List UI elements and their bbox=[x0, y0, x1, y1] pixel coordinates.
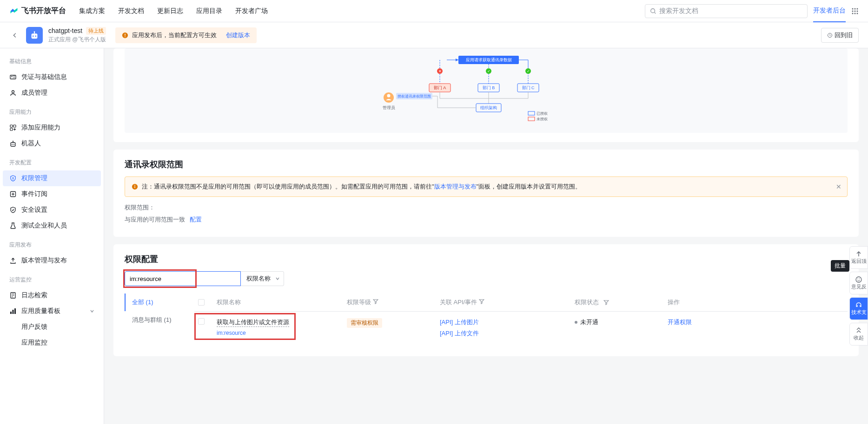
search-placeholder: 搜索开发文档 bbox=[659, 7, 698, 15]
row-checkbox[interactable] bbox=[198, 318, 205, 325]
sidebar-item[interactable]: 应用质量看板 bbox=[3, 303, 101, 319]
col-name: 权限名称 bbox=[217, 298, 347, 307]
version-manage-link[interactable]: 版本管理与发布 bbox=[434, 183, 477, 190]
svg-point-24 bbox=[12, 91, 14, 93]
sidebar-item-label: 事件订阅 bbox=[21, 190, 47, 198]
sidebar-item[interactable]: 凭证与基础信息 bbox=[3, 69, 101, 85]
nav-integration[interactable]: 集成方案 bbox=[79, 7, 105, 15]
dev-console-link[interactable]: 开发者后台 bbox=[813, 7, 846, 22]
apps-grid-icon[interactable] bbox=[851, 7, 859, 15]
perm-type-select[interactable]: 权限名称 bbox=[241, 271, 284, 286]
sidebar-item[interactable]: 应用监控 bbox=[3, 335, 101, 351]
svg-point-4 bbox=[857, 8, 858, 9]
perm-table-head: 权限名称 权限等级 关联 API/事件 权限状态 操作 bbox=[194, 294, 848, 312]
filter-icon[interactable] bbox=[479, 299, 484, 304]
smile-icon bbox=[855, 276, 862, 283]
back-old-button[interactable]: 回到旧 bbox=[821, 28, 859, 43]
svg-point-15 bbox=[34, 31, 35, 33]
sidebar-item-label: 应用质量看板 bbox=[21, 307, 60, 315]
perm-tab-message[interactable]: 消息与群组 (1) bbox=[125, 311, 194, 329]
level-badge: 需审核权限 bbox=[347, 318, 382, 328]
float-buttons: 返回顶 意见反 技术支 收起 bbox=[849, 246, 868, 346]
sidebar-section-title: 应用能力 bbox=[3, 104, 101, 120]
log-icon bbox=[9, 292, 17, 299]
col-action: 操作 bbox=[668, 298, 844, 307]
plus-grid-icon bbox=[9, 124, 17, 131]
svg-rect-27 bbox=[10, 128, 13, 130]
perm-search-row: 权限名称 bbox=[125, 271, 284, 286]
app-status-badge: 待上线 bbox=[86, 27, 106, 35]
tech-support-button[interactable]: 技术支 bbox=[849, 297, 868, 320]
svg-point-89 bbox=[857, 279, 858, 280]
svg-rect-25 bbox=[10, 125, 13, 127]
feishu-logo-icon bbox=[9, 7, 19, 16]
nav-docs[interactable]: 开发文档 bbox=[118, 7, 144, 15]
status-dot-icon bbox=[575, 321, 577, 324]
filter-icon[interactable] bbox=[373, 299, 378, 304]
svg-point-2 bbox=[852, 8, 854, 9]
sidebar-item[interactable]: 用户反馈 bbox=[3, 319, 101, 335]
perm-tab-all[interactable]: 全部 (1) bbox=[125, 294, 194, 311]
sidebar-item-label: 添加应用能力 bbox=[21, 124, 60, 132]
sidebar-item[interactable]: 安全设置 bbox=[3, 202, 101, 218]
sidebar-item[interactable]: 版本管理与发布 bbox=[3, 253, 101, 268]
svg-text:部门 B: 部门 B bbox=[482, 85, 495, 90]
sidebar-item[interactable]: 添加应用能力 bbox=[3, 120, 101, 136]
col-level: 权限等级 bbox=[347, 299, 371, 306]
col-api: 关联 API/事件 bbox=[440, 299, 477, 306]
content: 应用请求获取通讯录数据 ✕ ✓ ✓ 部门 A 部门 B 部门 C bbox=[104, 48, 868, 424]
sidebar-item[interactable]: 成员管理 bbox=[3, 85, 101, 101]
api-link-image[interactable]: [API] 上传图片 bbox=[440, 318, 575, 326]
create-version-link[interactable]: 创建版本 bbox=[226, 31, 250, 39]
chevron-down-icon bbox=[275, 276, 280, 281]
info-banner: 注：通讯录权限范围不是应用的可用范围（即可以使用应用的成员范围）。如需配置应用的… bbox=[125, 176, 848, 197]
feedback-button[interactable]: 意见反 bbox=[849, 272, 868, 294]
perm-search-input[interactable] bbox=[125, 271, 241, 286]
close-icon[interactable]: ✕ bbox=[836, 183, 841, 190]
svg-point-74 bbox=[387, 94, 390, 98]
svg-text:应用请求获取通讯录数据: 应用请求获取通讯录数据 bbox=[465, 58, 511, 62]
sidebar-item[interactable]: 测试企业和人员 bbox=[3, 218, 101, 234]
search-box[interactable]: 搜索开发文档 bbox=[645, 4, 808, 18]
nav-changelog[interactable]: 更新日志 bbox=[157, 7, 183, 15]
svg-text:✓: ✓ bbox=[526, 69, 530, 73]
sidebar-item[interactable]: 机器人 bbox=[3, 136, 101, 151]
perm-table: 权限名称 权限等级 关联 API/事件 权限状态 操作 获取与上传图片或文件资源… bbox=[194, 294, 848, 347]
svg-point-18 bbox=[125, 36, 126, 37]
svg-point-88 bbox=[856, 277, 861, 282]
perm-code[interactable]: im:resource bbox=[217, 330, 347, 336]
sidebar-section-title: 基础信息 bbox=[3, 54, 101, 69]
collapse-button[interactable]: 收起 bbox=[849, 323, 868, 346]
user-icon bbox=[9, 89, 17, 97]
svg-point-30 bbox=[13, 144, 14, 145]
svg-text:授权通讯录权限范围: 授权通讯录权限范围 bbox=[398, 94, 431, 98]
sidebar-item[interactable]: 事件订阅 bbox=[3, 186, 101, 202]
warning-icon bbox=[122, 32, 128, 39]
sidebar-item[interactable]: 日志检索 bbox=[3, 287, 101, 303]
sidebar-item[interactable]: 权限管理 bbox=[3, 170, 101, 186]
svg-point-6 bbox=[855, 10, 856, 12]
logo-block[interactable]: 飞书开放平台 bbox=[9, 6, 66, 16]
scope-config-link[interactable]: 配置 bbox=[190, 216, 202, 223]
select-all-checkbox[interactable] bbox=[198, 299, 205, 306]
svg-text:✓: ✓ bbox=[487, 69, 490, 73]
svg-point-87 bbox=[134, 185, 135, 186]
sidebar-item-label: 安全设置 bbox=[21, 206, 47, 214]
back-button[interactable] bbox=[9, 30, 20, 41]
bar-chart-icon bbox=[9, 307, 17, 315]
sidebar-item-label: 成员管理 bbox=[21, 89, 47, 97]
upload-icon bbox=[9, 257, 17, 264]
table-row: 获取与上传图片或文件资源 im:resource 需审核权限 [API] 上传图… bbox=[194, 312, 848, 347]
svg-marker-48 bbox=[456, 59, 458, 61]
svg-point-7 bbox=[857, 10, 858, 12]
svg-point-90 bbox=[859, 279, 860, 280]
enable-perm-link[interactable]: 开通权限 bbox=[668, 319, 692, 326]
api-link-file[interactable]: [API] 上传文件 bbox=[440, 329, 575, 338]
back-top-button[interactable]: 返回顶 bbox=[849, 246, 868, 269]
filter-icon[interactable] bbox=[603, 300, 609, 305]
svg-rect-28 bbox=[11, 143, 15, 146]
svg-text:未授权: 未授权 bbox=[537, 117, 548, 121]
nav-developers[interactable]: 开发者广场 bbox=[235, 7, 268, 15]
svg-point-21 bbox=[11, 76, 12, 77]
nav-directory[interactable]: 应用目录 bbox=[196, 7, 222, 15]
